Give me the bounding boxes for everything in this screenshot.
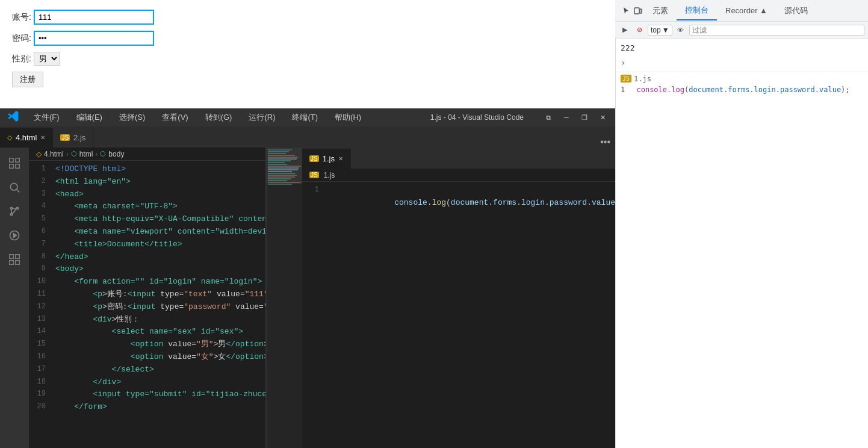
breadcrumb-body[interactable]: body bbox=[108, 150, 124, 158]
win-restore-icon[interactable]: ❐ bbox=[579, 112, 590, 123]
line-number: 8 bbox=[29, 251, 51, 263]
line-number: 5 bbox=[29, 213, 51, 225]
line-content: <meta name="viewport" content="width=dev… bbox=[51, 226, 265, 238]
line-number: 6 bbox=[29, 226, 51, 237]
tab-2js[interactable]: JS 2.js bbox=[53, 128, 93, 148]
svg-rect-13 bbox=[16, 255, 20, 259]
tab-1js-icon: JS bbox=[309, 155, 319, 162]
code-line: 17 </select> bbox=[29, 364, 265, 376]
console-code-line: 1 console.log(document.forms.login.passw… bbox=[621, 86, 863, 94]
tab-recorder[interactable]: Recorder ▲ bbox=[717, 2, 776, 19]
window-buttons: ⧉ ─ ❐ ✕ bbox=[543, 112, 608, 123]
menu-terminal[interactable]: 终端(T) bbox=[290, 111, 320, 124]
code-line: 6 <meta name="viewport" content="width=d… bbox=[29, 226, 265, 238]
svg-point-9 bbox=[16, 207, 18, 209]
tab-more-button[interactable]: ••• bbox=[595, 137, 615, 148]
activity-explorer[interactable] bbox=[4, 152, 25, 174]
line-content: </head> bbox=[51, 251, 265, 264]
code-area-left: 1<!DOCTYPE html>2<html lang="en">3<head>… bbox=[29, 161, 265, 448]
submit-button[interactable]: 注册 bbox=[12, 72, 43, 87]
line-content: <title>Document</title> bbox=[51, 238, 265, 251]
menu-goto[interactable]: 转到(G) bbox=[203, 111, 235, 124]
filter-input[interactable] bbox=[689, 25, 864, 36]
right-js-filename: 1.js bbox=[324, 171, 335, 179]
line-content: <!DOCTYPE html> bbox=[51, 163, 265, 176]
vscode-container: 文件(F) 编辑(E) 选择(S) 查看(V) 转到(G) 运行(R) 终端(T… bbox=[0, 108, 615, 448]
line-content: <meta charset="UTF-8"> bbox=[51, 201, 265, 213]
tab-4html-close[interactable]: ✕ bbox=[40, 134, 45, 141]
console-source-line: › bbox=[616, 55, 868, 70]
win-close-icon[interactable]: ✕ bbox=[597, 112, 608, 123]
line-content: </div> bbox=[51, 376, 265, 389]
window-title: 1.js - 04 - Visual Studio Code bbox=[430, 113, 524, 122]
line-number: 15 bbox=[29, 338, 51, 350]
context-dropdown[interactable]: top ▼ bbox=[648, 25, 672, 36]
devtools-toolbar2: ▶ ⊘ top ▼ 👁 bbox=[615, 22, 868, 39]
menu-file[interactable]: 文件(F) bbox=[31, 111, 62, 124]
win-min-icon[interactable]: ─ bbox=[561, 112, 572, 123]
minimap bbox=[266, 148, 302, 448]
tab-1js[interactable]: JS 1.js ✕ bbox=[302, 149, 351, 169]
breadcrumb-icon-body: ⬡ bbox=[100, 150, 106, 158]
line-content: <div>性别： bbox=[51, 314, 265, 326]
breadcrumb-html[interactable]: html bbox=[79, 150, 93, 158]
right-code-line-1: 1 console.log(document.forms.login.passw… bbox=[302, 184, 615, 222]
tab-4html[interactable]: ◇ 4.html ✕ bbox=[0, 128, 53, 148]
password-row: 密码: bbox=[12, 31, 603, 46]
editor-right: JS 1.js ✕ JS 1.js 1 console.log(documen bbox=[302, 148, 615, 448]
console-code: console.log(document.forms.login.passwor… bbox=[636, 86, 849, 94]
code-line: 15 <option value="男">男</option> bbox=[29, 338, 265, 351]
console-value: 222 bbox=[621, 42, 634, 54]
svg-rect-1 bbox=[640, 9, 642, 13]
menu-run[interactable]: 运行(R) bbox=[246, 111, 277, 124]
menu-view[interactable]: 查看(V) bbox=[160, 111, 190, 124]
line-number: 1 bbox=[29, 163, 51, 175]
account-input[interactable] bbox=[34, 10, 154, 25]
tab-console[interactable]: 控制台 bbox=[677, 1, 717, 20]
breadcrumb-icon-html: ◇ bbox=[36, 150, 42, 158]
code-line: 5 <meta http-equiv="X-UA-Compatible" con… bbox=[29, 213, 265, 226]
code-line: 18 </div> bbox=[29, 376, 265, 389]
activity-run[interactable] bbox=[4, 225, 25, 246]
win-split-icon[interactable]: ⧉ bbox=[543, 112, 554, 123]
tab-1js-close[interactable]: ✕ bbox=[338, 155, 343, 162]
tab-elements[interactable]: 元素 bbox=[644, 2, 677, 20]
menu-select[interactable]: 选择(S) bbox=[117, 111, 147, 124]
activity-extensions[interactable] bbox=[4, 249, 25, 270]
tab-2js-icon: JS bbox=[60, 134, 70, 141]
tab-sources[interactable]: 源代码 bbox=[776, 2, 816, 20]
line-content: <html lang="en"> bbox=[51, 176, 265, 188]
code-line: 13 <div>性别： bbox=[29, 314, 265, 326]
svg-point-8 bbox=[10, 207, 12, 209]
menu-edit[interactable]: 编辑(E) bbox=[74, 111, 105, 124]
code-line: 9<body> bbox=[29, 263, 265, 276]
password-input[interactable] bbox=[34, 31, 154, 46]
line-number: 19 bbox=[29, 388, 51, 400]
line-content: <head> bbox=[51, 188, 265, 201]
console-arrow[interactable]: › bbox=[621, 57, 625, 69]
line-number: 20 bbox=[29, 401, 51, 412]
cursor-icon[interactable] bbox=[620, 5, 632, 17]
devtools-bar: 元素 控制台 Recorder ▲ 源代码 bbox=[615, 0, 868, 22]
gender-select[interactable]: 男 女 bbox=[34, 52, 60, 66]
line-content: <meta http-equiv="X-UA-Compatible" conte… bbox=[51, 213, 265, 226]
svg-rect-0 bbox=[634, 8, 639, 14]
line-num-label: 1 bbox=[621, 86, 625, 94]
code-line: 10 <form action="" id="login" name="logi… bbox=[29, 276, 265, 288]
play-icon[interactable]: ▶ bbox=[619, 24, 631, 36]
tab-2js-label: 2.js bbox=[73, 133, 85, 142]
breadcrumb: ◇ 4.html › ⬡ html › ⬡ body bbox=[29, 148, 265, 161]
account-label: 账号: bbox=[12, 12, 31, 23]
line-content: <select name="sex" id="sex"> bbox=[51, 326, 265, 338]
device-icon[interactable] bbox=[632, 5, 644, 17]
activity-git[interactable] bbox=[4, 201, 25, 222]
right-breadcrumb: JS 1.js bbox=[302, 169, 615, 182]
code-line: 7 <title>Document</title> bbox=[29, 238, 265, 251]
stop-icon[interactable]: ⊘ bbox=[633, 24, 645, 36]
breadcrumb-4html[interactable]: 4.html bbox=[44, 150, 64, 158]
menu-help[interactable]: 帮助(H) bbox=[332, 111, 364, 124]
line-content: </select> bbox=[51, 364, 265, 376]
activity-search[interactable] bbox=[4, 176, 25, 198]
activity-bar bbox=[0, 148, 29, 448]
eye-icon[interactable]: 👁 bbox=[675, 24, 687, 36]
